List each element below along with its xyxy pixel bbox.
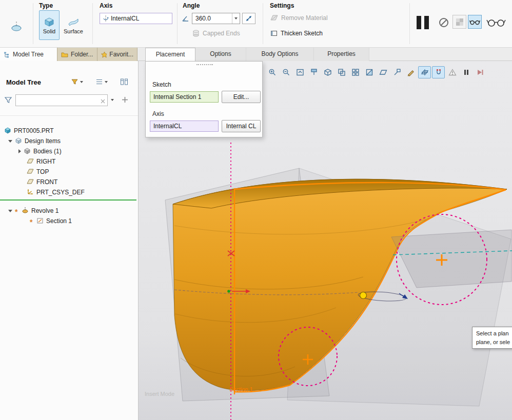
saved-orientations-button[interactable] <box>335 66 348 78</box>
repaint-button[interactable] <box>307 66 320 78</box>
creo-revolve-window: Type Solid Surface Axis InternalCL Angle <box>0 0 512 420</box>
warning-icon <box>448 68 457 76</box>
pause-icon <box>462 68 470 76</box>
annotation-display-icon <box>393 68 401 76</box>
design-items-icon <box>15 137 22 146</box>
remove-material-icon <box>270 14 279 22</box>
angle-group-label: Angle <box>183 2 200 9</box>
refit-button[interactable] <box>293 66 306 78</box>
tree-item-front-plane[interactable]: FRONT <box>0 177 138 187</box>
tree-item-csys[interactable]: PRT_CSYS_DEF <box>0 187 138 197</box>
zoom-in-button[interactable] <box>266 66 279 78</box>
tree-filters-button[interactable] <box>71 78 83 86</box>
surface-button[interactable]: Surface <box>62 10 85 40</box>
unattached-preview-icon <box>455 17 464 27</box>
angle-drag-handle[interactable] <box>360 292 367 299</box>
chevron-down-icon <box>234 17 238 19</box>
remove-material-button[interactable]: Remove Material <box>270 14 328 22</box>
tree-item-section[interactable]: Section 1 <box>0 216 138 226</box>
angle-value-combo[interactable]: 360.0 <box>192 13 240 24</box>
datum-plane-icon <box>27 157 34 166</box>
tree-item-revolve[interactable]: Revolve 1 <box>0 206 138 216</box>
unattached-preview-button[interactable] <box>452 15 466 29</box>
no-preview-button[interactable] <box>438 17 449 30</box>
model-tree-title: Model Tree <box>6 78 41 86</box>
insert-mode-watermark: Insert Mode <box>145 391 174 397</box>
tab-placement[interactable]: Placement <box>145 48 195 62</box>
type-group: Type Solid Surface <box>35 0 92 47</box>
tree-item-part-root[interactable]: PRT0005.PRT <box>0 126 138 136</box>
zoom-out-button[interactable] <box>280 66 292 78</box>
tree-search-input[interactable] <box>15 94 108 106</box>
revolve-dashboard-ribbon: Type Solid Surface Axis InternalCL Angle <box>0 0 512 48</box>
tab-favorites[interactable]: Favorit... <box>97 48 137 61</box>
selection-tooltip: Select a plan plane, or sele <box>472 327 512 349</box>
tab-properties[interactable]: Properties <box>314 48 369 61</box>
thicken-sketch-icon <box>270 30 278 37</box>
datum-plane-icon <box>27 168 34 176</box>
angle-dropdown-button[interactable] <box>232 13 240 24</box>
expand-arrow-icon[interactable] <box>8 140 12 143</box>
tree-columns-button[interactable] <box>120 78 128 86</box>
pause-feature-button[interactable] <box>460 66 472 78</box>
tree-item-top-plane[interactable]: TOP <box>0 167 138 177</box>
star-icon <box>101 51 107 58</box>
snap-mode-icon <box>435 68 443 76</box>
verify-button[interactable] <box>486 17 506 30</box>
search-dropdown-icon[interactable] <box>111 99 114 101</box>
internal-cl-button[interactable]: Internal CL <box>222 120 261 132</box>
annotation-display-button[interactable] <box>390 66 403 78</box>
axis-collector-field[interactable]: InternalCL <box>100 13 172 24</box>
resume-feature-button[interactable] <box>474 66 486 78</box>
expand-arrow-icon[interactable] <box>8 210 12 212</box>
flip-angle-button[interactable] <box>242 13 255 24</box>
angle-dimension-icon <box>182 14 190 24</box>
collapse-arrow-icon[interactable] <box>18 149 21 153</box>
thicken-sketch-checkbox[interactable]: Thicken Sketch <box>270 30 323 37</box>
folder-icon <box>61 51 68 57</box>
part-icon <box>4 127 11 135</box>
axis-collector-field-panel[interactable]: InternalCL <box>150 121 219 132</box>
warnings-button[interactable] <box>446 66 459 78</box>
tree-item-bodies[interactable]: Bodies (1) <box>0 146 138 156</box>
dashboard-controls <box>409 0 512 47</box>
solid-button[interactable]: Solid <box>39 10 60 40</box>
insert-here-locator[interactable] <box>0 199 136 201</box>
capped-ends-checkbox[interactable]: Capped Ends <box>192 30 240 37</box>
pending-asterisk-icon <box>15 207 19 214</box>
revolve-axis-icon <box>103 15 109 22</box>
tree-view-options-button[interactable] <box>95 78 108 86</box>
view-manager-button[interactable] <box>349 66 362 78</box>
tab-body-options[interactable]: Body Options <box>246 48 314 61</box>
pause-button[interactable] <box>417 16 432 31</box>
placement-panel: Sketch Internal Section 1 Edit... Axis I… <box>145 61 263 137</box>
columns-icon <box>120 78 128 86</box>
tree-item-right-plane[interactable]: RIGHT <box>0 156 138 167</box>
axis-group: Axis InternalCL <box>95 0 176 47</box>
resume-icon <box>476 68 484 76</box>
zoom-in-icon <box>268 68 277 76</box>
sketch-collector-field[interactable]: Internal Section 1 <box>150 91 219 103</box>
bodies-icon <box>24 147 31 156</box>
dragger-display-button[interactable] <box>418 66 431 78</box>
sketch-display-icon <box>407 68 415 76</box>
attached-preview-button[interactable] <box>468 15 482 29</box>
tab-options[interactable]: Options <box>195 48 246 61</box>
list-icon <box>95 78 103 86</box>
snap-mode-button[interactable] <box>432 66 445 78</box>
tab-model-tree[interactable]: Model Tree <box>0 48 57 61</box>
clear-search-icon[interactable] <box>101 98 105 105</box>
add-filter-button[interactable] <box>121 96 129 105</box>
display-style-button[interactable] <box>321 66 334 78</box>
section-button[interactable] <box>363 66 376 78</box>
type-group-label: Type <box>39 2 53 9</box>
sketch-display-button[interactable] <box>404 66 417 78</box>
panel-grip-icon[interactable] <box>196 64 213 65</box>
section-name-tag[interactable]: Section 1 <box>229 386 253 392</box>
section-icon <box>365 68 373 76</box>
tab-folder-browser[interactable]: Folder... <box>57 48 97 61</box>
edit-sketch-button[interactable]: Edit... <box>222 91 261 103</box>
chevron-down-icon <box>80 81 83 83</box>
tree-item-design-items[interactable]: Design Items <box>0 136 138 146</box>
datum-display-button[interactable] <box>377 66 389 78</box>
